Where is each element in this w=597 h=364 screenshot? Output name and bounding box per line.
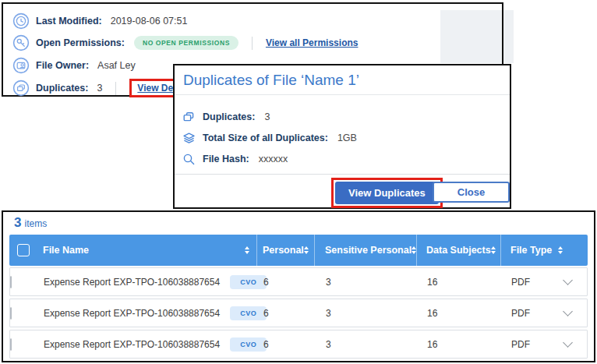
clock-icon xyxy=(12,12,30,30)
sort-icon[interactable] xyxy=(491,246,496,254)
modal-total-size-value: 1GB xyxy=(337,133,357,143)
last-modified-value: 2019-08-06 07:51 xyxy=(111,16,188,27)
personal-value: 6 xyxy=(258,308,316,319)
duplicates-icon xyxy=(12,80,30,97)
view-duplicates-highlight: View Duplicates xyxy=(331,178,443,208)
file-owner-value: Asaf Ley xyxy=(97,60,136,71)
row-checkbox[interactable] xyxy=(10,276,12,288)
table-row[interactable]: Expense Report EXP-TPO-106038887654 CVO … xyxy=(9,267,588,296)
last-modified-label: Last Modified: xyxy=(36,16,102,27)
header-file-name[interactable]: File Name xyxy=(37,235,257,266)
table-row[interactable]: Expense Report EXP-TPO-106038887654 CVO … xyxy=(9,330,588,359)
modal-total-size-row: Total Size of all Duplicates: 1GB xyxy=(182,129,357,147)
header-checkbox-cell xyxy=(9,235,37,266)
row-checkbox[interactable] xyxy=(10,307,12,320)
duplicates-icon xyxy=(182,111,196,124)
modal-duplicates-row: Duplicates: 3 xyxy=(182,108,270,125)
divider xyxy=(175,94,510,95)
select-all-checkbox[interactable] xyxy=(17,244,30,256)
no-open-permissions-badge: NO OPEN PERMISSIONS xyxy=(134,36,238,50)
key-icon xyxy=(12,34,30,51)
duplicates-row: Duplicates: 3 View Details xyxy=(12,79,200,97)
modal-duplicates-value: 3 xyxy=(264,111,270,122)
duplicates-modal: Duplicates of File ‘Name 1’ Duplicates: … xyxy=(173,64,511,209)
sort-icon[interactable] xyxy=(558,246,563,254)
file-type-value: PDF xyxy=(511,277,530,288)
data-subjects-value: 16 xyxy=(418,339,502,350)
header-data-subjects[interactable]: Data Subjects xyxy=(417,235,501,266)
view-duplicates-button[interactable]: View Duplicates xyxy=(335,182,439,204)
close-button[interactable]: Close xyxy=(433,182,510,203)
file-name: Expense Report EXP-TPO-106038887654 xyxy=(44,339,220,350)
modal-file-hash-value: xxxxxx xyxy=(259,154,288,164)
personal-value: 6 xyxy=(258,339,316,350)
duplicates-value: 3 xyxy=(97,83,102,94)
items-count-line: 3 items xyxy=(14,215,47,231)
row-checkbox[interactable] xyxy=(10,338,12,351)
file-owner-icon xyxy=(12,57,30,74)
panel-border-segment xyxy=(502,10,503,63)
header-sensitive-personal[interactable]: Sensitive Personal xyxy=(315,235,417,266)
duplicates-label: Duplicates: xyxy=(36,83,88,94)
open-permissions-label: Open Permissions: xyxy=(36,37,125,48)
file-type-value: PDF xyxy=(511,308,530,319)
table-body: Expense Report EXP-TPO-106038887654 CVO … xyxy=(9,267,588,361)
table-row[interactable]: Expense Report EXP-TPO-106038887654 CVO … xyxy=(9,299,588,327)
last-modified-row: Last Modified: 2019-08-06 07:51 xyxy=(12,12,187,30)
sort-icon[interactable] xyxy=(245,246,249,254)
chevron-down-icon[interactable] xyxy=(563,275,573,285)
table-header: File Name Personal Sensitive Personal Da… xyxy=(9,235,588,266)
modal-title: Duplicates of File ‘Name 1’ xyxy=(183,72,359,89)
sensitive-personal-value: 3 xyxy=(316,339,418,350)
sensitive-personal-value: 3 xyxy=(316,308,418,319)
chevron-down-icon[interactable] xyxy=(563,306,573,316)
file-owner-label: File Owner: xyxy=(36,60,89,71)
file-owner-row: File Owner: Asaf Ley xyxy=(12,56,136,75)
sort-icon[interactable] xyxy=(412,246,416,254)
divider xyxy=(175,174,510,175)
file-name: Expense Report EXP-TPO-106038887654 xyxy=(44,308,220,319)
open-permissions-row: Open Permissions: NO OPEN PERMISSIONS Vi… xyxy=(12,34,358,52)
data-subjects-value: 16 xyxy=(418,308,502,319)
modal-total-size-label: Total Size of all Duplicates: xyxy=(203,133,328,143)
duplicates-table-panel: 3 items File Name Personal Sensitive Per… xyxy=(2,210,595,362)
layers-icon xyxy=(182,132,196,145)
sort-icon[interactable] xyxy=(304,246,309,254)
view-all-permissions-link[interactable]: View all Permissions xyxy=(266,37,359,48)
divider xyxy=(252,37,253,50)
file-name: Expense Report EXP-TPO-106038887654 xyxy=(44,277,220,288)
modal-file-hash-label: File Hash: xyxy=(203,154,249,164)
chevron-down-icon[interactable] xyxy=(563,337,573,348)
sensitive-personal-value: 3 xyxy=(316,277,418,288)
personal-value: 6 xyxy=(258,277,316,288)
items-count: 3 xyxy=(14,215,21,231)
header-personal[interactable]: Personal xyxy=(257,235,315,266)
modal-file-hash-row: File Hash: xxxxxx xyxy=(182,150,288,168)
data-subjects-value: 16 xyxy=(418,277,502,288)
search-icon xyxy=(182,153,196,166)
divider xyxy=(115,82,116,95)
modal-duplicates-label: Duplicates: xyxy=(203,111,255,122)
file-type-value: PDF xyxy=(511,339,530,350)
header-file-type[interactable]: File Type xyxy=(501,235,588,266)
items-label: items xyxy=(24,218,47,229)
